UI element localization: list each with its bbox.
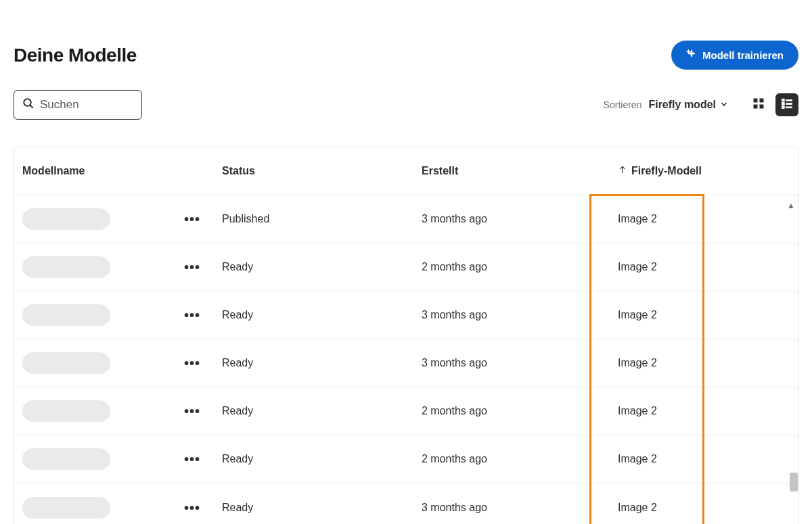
svg-line-1: [30, 105, 33, 108]
column-header-status[interactable]: Status: [222, 165, 422, 177]
list-view-toggle[interactable]: [775, 93, 798, 116]
name-cell: •••: [22, 448, 222, 470]
name-cell: •••: [22, 208, 222, 230]
model-name-placeholder: [22, 352, 110, 374]
chevron-down-icon: [720, 99, 728, 111]
table-row[interactable]: •••Ready2 months agoImage 2: [14, 435, 798, 483]
created-cell: 3 months ago: [422, 357, 618, 369]
created-cell: 2 months ago: [422, 405, 618, 417]
firefly-model-cell: Image 2: [618, 261, 798, 273]
column-header-firefly-label: Firefly-Modell: [631, 165, 702, 177]
svg-rect-10: [782, 106, 785, 109]
svg-rect-11: [786, 107, 792, 108]
more-actions-button[interactable]: •••: [179, 406, 206, 416]
model-name-placeholder: [22, 256, 110, 278]
status-cell: Ready: [222, 261, 422, 273]
model-name-placeholder: [22, 304, 110, 326]
table-header: Modellname Status Erstellt Firefly-Model…: [14, 147, 798, 195]
name-cell: •••: [22, 304, 222, 326]
name-cell: •••: [22, 352, 222, 374]
firefly-model-cell: Image 2: [618, 502, 798, 514]
grid-icon: [752, 97, 765, 112]
created-cell: 2 months ago: [422, 453, 618, 465]
column-header-firefly[interactable]: Firefly-Modell: [618, 165, 798, 177]
svg-rect-9: [786, 103, 792, 105]
sort-label: Sortieren: [604, 99, 642, 110]
svg-rect-4: [754, 105, 758, 109]
model-name-placeholder: [22, 497, 110, 519]
status-cell: Ready: [222, 405, 422, 417]
list-icon: [781, 97, 793, 112]
firefly-model-cell: Image 2: [618, 357, 798, 369]
sort-dropdown[interactable]: Firefly model: [648, 99, 728, 111]
svg-rect-8: [782, 103, 785, 105]
more-actions-button[interactable]: •••: [179, 214, 206, 224]
svg-rect-2: [754, 99, 758, 103]
firefly-model-cell: Image 2: [618, 309, 798, 321]
firefly-model-cell: Image 2: [618, 405, 798, 417]
models-table: Modellname Status Erstellt Firefly-Model…: [14, 147, 798, 524]
status-cell: Ready: [222, 502, 422, 514]
status-cell: Ready: [222, 309, 422, 321]
status-cell: Ready: [222, 357, 422, 369]
more-actions-button[interactable]: •••: [179, 262, 206, 272]
table-row[interactable]: •••Ready3 months agoImage 2: [14, 483, 798, 524]
sort-arrow-up-icon: [618, 165, 627, 177]
svg-rect-5: [760, 105, 764, 109]
sort-value: Firefly model: [648, 99, 716, 111]
more-actions-button[interactable]: •••: [179, 310, 206, 320]
table-body: ▲ •••Published3 months agoImage 2•••Read…: [14, 195, 798, 524]
scroll-up-icon[interactable]: ▲: [787, 201, 795, 210]
created-cell: 3 months ago: [422, 309, 618, 321]
svg-point-0: [24, 99, 31, 106]
table-row[interactable]: •••Published3 months agoImage 2: [14, 195, 798, 243]
scrollbar-thumb[interactable]: [790, 473, 798, 492]
svg-rect-6: [782, 99, 785, 101]
firefly-model-cell: Image 2: [618, 453, 798, 465]
more-actions-button[interactable]: •••: [179, 454, 206, 465]
firefly-model-cell: Image 2: [618, 213, 798, 225]
name-cell: •••: [22, 400, 222, 422]
header: Deine Modelle Modell trainieren: [14, 0, 798, 90]
created-cell: 2 months ago: [422, 261, 618, 273]
table-row[interactable]: •••Ready3 months agoImage 2: [14, 339, 798, 387]
svg-rect-3: [760, 99, 764, 103]
column-header-name[interactable]: Modellname: [22, 165, 222, 177]
name-cell: •••: [22, 497, 222, 519]
more-actions-button[interactable]: •••: [179, 502, 206, 513]
column-header-created[interactable]: Erstellt: [422, 165, 618, 177]
train-model-button[interactable]: Modell trainieren: [671, 41, 798, 70]
status-cell: Published: [222, 213, 422, 225]
more-actions-button[interactable]: •••: [179, 358, 206, 368]
table-row[interactable]: •••Ready2 months agoImage 2: [14, 243, 798, 291]
search-icon: [22, 97, 35, 112]
model-name-placeholder: [22, 400, 110, 422]
search-placeholder: Suchen: [40, 98, 79, 112]
grid-view-toggle[interactable]: [747, 93, 770, 116]
model-name-placeholder: [22, 448, 110, 470]
right-controls: Sortieren Firefly model: [604, 93, 798, 116]
created-cell: 3 months ago: [422, 502, 618, 514]
status-cell: Ready: [222, 453, 422, 465]
table-row[interactable]: •••Ready2 months agoImage 2: [14, 387, 798, 435]
model-name-placeholder: [22, 208, 110, 230]
created-cell: 3 months ago: [422, 213, 618, 225]
page-title: Deine Modelle: [14, 45, 137, 66]
controls-row: Suchen Sortieren Firefly model: [14, 90, 798, 147]
name-cell: •••: [22, 256, 222, 278]
sparkle-icon: [686, 49, 697, 62]
table-row[interactable]: •••Ready3 months agoImage 2: [14, 291, 798, 339]
svg-rect-7: [786, 99, 792, 101]
train-model-button-label: Modell trainieren: [702, 49, 784, 61]
search-input[interactable]: Suchen: [14, 90, 142, 120]
